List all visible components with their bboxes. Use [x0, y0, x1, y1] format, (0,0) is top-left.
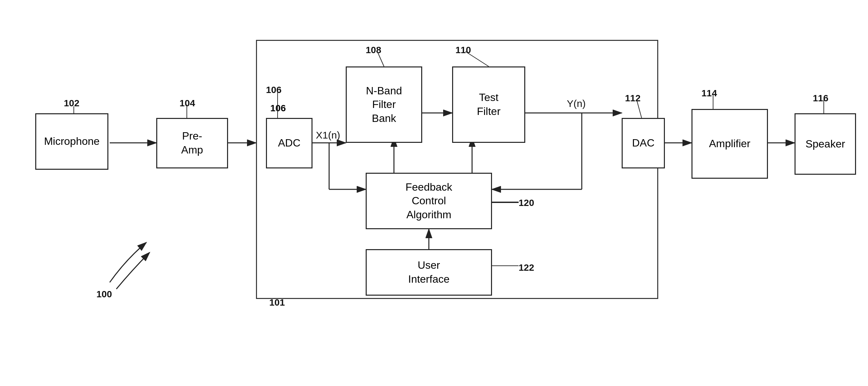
nband-label: N-BandFilterBank: [366, 84, 402, 126]
amplifier-block: Amplifier: [691, 109, 768, 179]
ref-110: 110: [456, 45, 471, 56]
adc-ref-label: 106: [270, 102, 286, 114]
preamp-label: Pre-Amp: [181, 129, 203, 157]
ref-102: 102: [64, 98, 80, 108]
userinterface-block: UserInterface: [366, 249, 492, 296]
preamp-block: Pre-Amp: [156, 118, 228, 168]
microphone-label: Microphone: [44, 134, 99, 149]
ref-101: 101: [269, 297, 285, 308]
ref-120: 120: [519, 198, 534, 208]
adc-label: ADC: [278, 136, 301, 150]
ref-106: 106: [266, 85, 282, 95]
ref-108: 108: [366, 45, 381, 56]
ref-112: 112: [625, 93, 641, 104]
dac-label: DAC: [632, 136, 655, 150]
userinterface-label: UserInterface: [408, 258, 450, 286]
speaker-label: Speaker: [806, 137, 845, 151]
x1n-label: X1(n): [316, 130, 340, 141]
feedback-label: FeedbackControlAlgorithm: [406, 181, 453, 222]
feedback-block: FeedbackControlAlgorithm: [366, 173, 492, 229]
ref-122: 122: [519, 262, 534, 273]
amplifier-label: Amplifier: [709, 137, 750, 151]
speaker-block: Speaker: [795, 113, 856, 175]
testfilter-label: TestFilter: [477, 91, 500, 118]
adc-block: 106 ADC: [266, 118, 312, 168]
testfilter-block: TestFilter: [452, 66, 525, 143]
diagram: Microphone Pre-Amp 106 ADC N-BandFilterB…: [0, 0, 868, 386]
dac-block: DAC: [622, 118, 665, 168]
nband-block: N-BandFilterBank: [346, 66, 422, 143]
ref-104: 104: [180, 98, 195, 108]
microphone-block: Microphone: [35, 113, 108, 170]
yn-label: Y(n): [567, 98, 586, 109]
ref-100: 100: [96, 289, 112, 300]
ref-114: 114: [702, 88, 717, 99]
ref-116: 116: [813, 93, 829, 104]
